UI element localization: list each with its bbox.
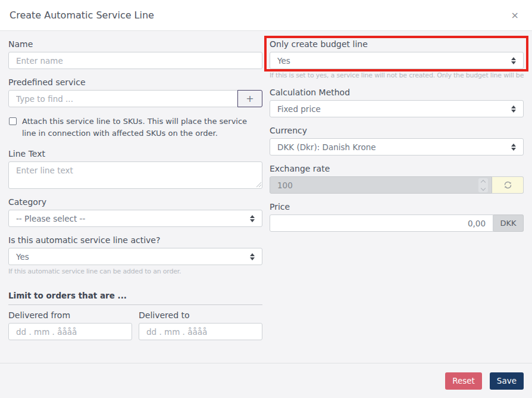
modal-footer: Reset Save [0,363,532,398]
modal-body: Name Predefined service + Attach this se… [0,31,532,363]
calculation-method-selected-value: Fixed price [277,104,321,114]
only-budget-group: Only create budget line Yes If this is s… [270,39,524,79]
line-text-textarea[interactable] [8,161,262,189]
category-selected-value: -- Please select -- [16,214,85,223]
plus-icon: + [246,93,254,104]
create-automatic-service-line-modal: Create Automatic Service Line × Name Pre… [0,0,532,398]
delivered-from-group: Delivered from [8,310,132,340]
add-predefined-service-button[interactable]: + [237,90,262,107]
active-selected-value: Yes [16,252,29,262]
only-budget-select[interactable]: Yes [270,52,524,69]
attach-skus-label[interactable]: Attach this service line to SKUs. This w… [22,116,262,139]
chevron-updown-icon [511,57,516,64]
delivered-dates-row: Delivered from Delivered to [8,310,262,340]
predefined-service-input[interactable] [8,90,238,107]
exchange-rate-input[interactable] [270,176,492,194]
predefined-service-group: Predefined service + [8,77,262,107]
calculation-method-group: Calculation Method Fixed price [270,88,524,117]
predefined-service-input-group: + [8,90,262,107]
price-label: Price [270,202,524,212]
exchange-rate-input-group [270,176,524,194]
calculation-method-label: Calculation Method [270,88,524,97]
only-budget-help-text: If this is set to yes, a service line wi… [270,71,524,79]
close-icon[interactable]: × [508,8,522,23]
currency-label: Currency [270,126,524,135]
chevron-updown-icon [511,144,516,151]
currency-select[interactable]: DKK (Dkr): Danish Krone [270,138,524,156]
active-help-text: If this automatic service line can be ad… [8,268,262,275]
category-label: Category [8,197,262,207]
delivered-to-label: Delivered to [139,310,262,320]
chevron-updown-icon [250,215,255,222]
only-budget-selected-value: Yes [277,56,290,66]
limit-section-title: Limit to orders that are ... [8,291,262,305]
modal-header: Create Automatic Service Line × [0,0,532,31]
price-group: Price DKK [270,202,524,232]
left-column: Name Predefined service + Attach this se… [8,39,262,355]
line-text-group: Line Text [8,149,262,189]
chevron-updown-icon [250,253,255,260]
name-input[interactable] [8,52,262,69]
exchange-rate-wrap [270,176,492,194]
predefined-service-label: Predefined service [8,77,262,87]
refresh-exchange-rate-button[interactable] [492,176,524,194]
currency-group: Currency DKK (Dkr): Danish Krone [270,126,524,156]
currency-selected-value: DKK (Dkr): Danish Krone [277,142,376,152]
chevron-updown-icon [511,105,516,113]
refresh-icon [503,181,512,189]
red-highlight-annotation: Only create budget line Yes [270,39,524,69]
attach-skus-group: Attach this service line to SKUs. This w… [9,116,262,139]
delivered-from-label: Delivered from [8,310,132,320]
line-text-label: Line Text [8,149,262,158]
delivered-to-group: Delivered to [139,310,262,340]
price-unit-addon: DKK [493,214,524,232]
name-group: Name [8,39,262,69]
active-select[interactable]: Yes [8,248,262,265]
active-group: Is this automatic service line active? Y… [8,235,262,275]
price-input-group: DKK [270,214,524,232]
right-column: Only create budget line Yes If this is s… [270,39,524,355]
only-budget-label: Only create budget line [270,39,524,49]
save-button[interactable]: Save [490,372,524,390]
exchange-rate-label: Exchange rate [270,164,524,173]
attach-skus-checkbox[interactable] [9,117,17,125]
calculation-method-select[interactable]: Fixed price [270,100,524,117]
line-text-wrap [8,161,262,189]
category-select[interactable]: -- Please select -- [8,210,262,227]
delivered-from-input[interactable] [8,323,132,340]
name-label: Name [8,39,262,49]
number-spinner-icon[interactable] [478,178,488,192]
delivered-to-input[interactable] [139,323,262,340]
reset-button[interactable]: Reset [445,372,482,390]
active-label: Is this automatic service line active? [8,235,262,245]
category-group: Category -- Please select -- [8,197,262,227]
price-input[interactable] [270,214,493,232]
exchange-rate-group: Exchange rate [270,164,524,194]
modal-title: Create Automatic Service Line [10,10,154,21]
